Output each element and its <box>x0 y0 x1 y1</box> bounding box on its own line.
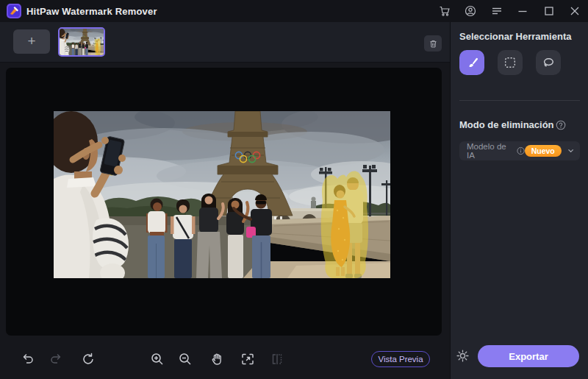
settings-gear-icon[interactable] <box>456 349 470 363</box>
image-thumbnail-selected[interactable] <box>58 27 105 57</box>
lasso-icon <box>542 56 555 69</box>
divider <box>459 100 580 101</box>
preview-button[interactable]: Vista Previa <box>371 351 430 367</box>
help-icon[interactable] <box>556 120 566 130</box>
chevron-down-icon[interactable] <box>567 147 574 155</box>
rect-select-tool-button[interactable] <box>498 50 523 75</box>
select-tool-title: Seleccionar Herramienta <box>459 31 571 42</box>
removal-mode-title: Modo de eliminación <box>459 119 554 130</box>
brush-icon <box>465 56 478 69</box>
photo-image[interactable] <box>54 111 390 278</box>
redo-icon[interactable] <box>49 353 62 366</box>
close-icon[interactable] <box>569 5 581 17</box>
zoom-out-icon[interactable] <box>179 353 192 366</box>
app-logo-icon <box>7 4 21 18</box>
ai-model-label: Modelo de IA <box>467 142 513 160</box>
brush-tool-button[interactable] <box>459 50 484 75</box>
add-image-button[interactable]: + <box>13 29 50 54</box>
titlebar: HitPaw Watermark Remover <box>0 0 588 22</box>
minimize-icon[interactable] <box>517 5 528 17</box>
zoom-in-icon[interactable] <box>151 353 164 366</box>
delete-image-button[interactable] <box>424 35 442 52</box>
compare-icon[interactable] <box>270 353 284 366</box>
menu-icon[interactable] <box>491 5 503 17</box>
work-area: Vista Previa <box>0 63 450 379</box>
app-title: HitPaw Watermark Remover <box>26 6 157 17</box>
cart-icon[interactable] <box>439 5 451 17</box>
rect-select-icon <box>503 56 517 69</box>
sidebar: Seleccionar Herramienta Modo de eliminac… <box>450 22 588 379</box>
undo-icon[interactable] <box>21 353 35 366</box>
lasso-tool-button[interactable] <box>536 50 561 75</box>
editor-canvas[interactable] <box>6 68 442 336</box>
account-icon[interactable] <box>465 5 476 17</box>
fit-screen-icon[interactable] <box>241 353 254 366</box>
export-button[interactable]: Exportar <box>478 345 579 367</box>
new-badge: Nuevo <box>525 145 562 157</box>
thumbnail-image <box>60 29 104 55</box>
reset-icon[interactable] <box>82 353 95 366</box>
ai-model-dropdown[interactable]: Modelo de IA Nuevo <box>459 141 580 160</box>
trash-icon <box>429 39 438 49</box>
thumbnail-bar: + <box>0 22 450 63</box>
maximize-icon[interactable] <box>543 5 555 17</box>
hand-icon[interactable] <box>210 353 223 366</box>
info-icon[interactable] <box>517 146 525 155</box>
